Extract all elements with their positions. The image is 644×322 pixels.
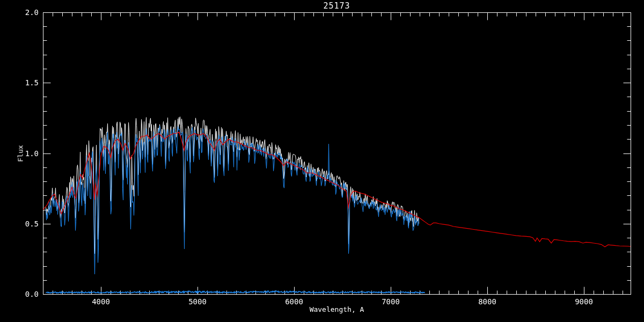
x-tick-label: 8000 [469, 297, 506, 306]
y-tick-label: 1.0 [1, 149, 39, 158]
x-tick-label: 6000 [275, 297, 313, 306]
x-tick-label: 7000 [372, 297, 409, 306]
spectrum-figure: 25173 Wavelength, A Flux 400050006000700… [0, 0, 644, 322]
x-axis-label: Wavelength, A [43, 305, 631, 313]
plot-title: 25173 [43, 1, 631, 11]
x-tick-label: 5000 [179, 297, 216, 306]
x-tick-label: 4000 [82, 297, 120, 306]
y-tick-label: 0.0 [1, 290, 39, 298]
y-tick-label: 1.5 [1, 78, 39, 87]
x-tick-label: 9000 [565, 297, 603, 306]
y-tick-label: 0.5 [1, 219, 39, 228]
y-tick-label: 2.0 [1, 8, 39, 17]
plot-canvas [0, 0, 644, 322]
